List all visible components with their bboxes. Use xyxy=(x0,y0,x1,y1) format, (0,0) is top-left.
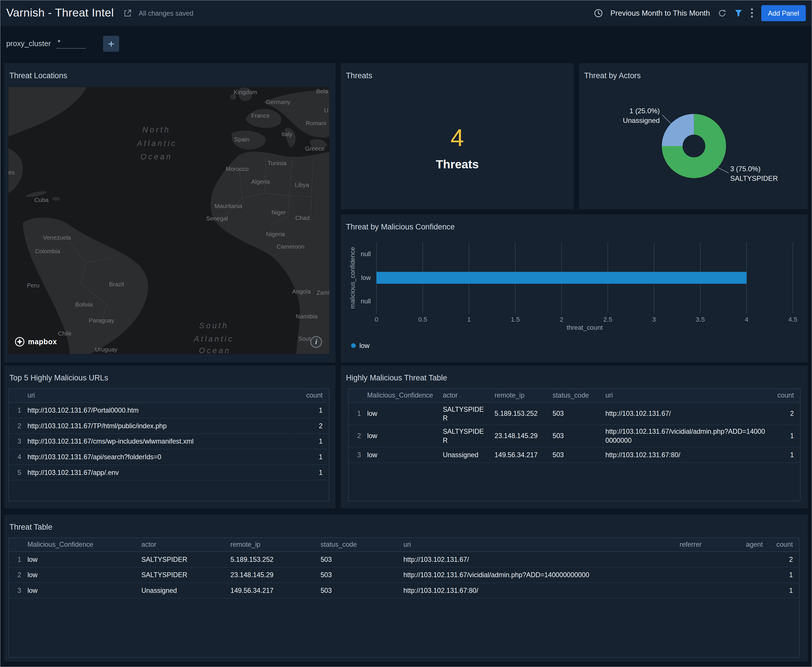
cell-agent xyxy=(708,567,769,583)
svg-text:1.5: 1.5 xyxy=(511,316,520,323)
column-header-status_code[interactable]: status_code xyxy=(548,389,601,402)
table-row[interactable]: 2http://103.102.131.67/TP/html/public/in… xyxy=(9,418,329,433)
cell-count: 1 xyxy=(296,449,329,465)
add-filter-button[interactable]: + xyxy=(103,35,119,51)
column-header-remote_ip[interactable]: remote_ip xyxy=(226,538,316,551)
table-row[interactable]: 5http://103.102.131.67/app/.env1 xyxy=(9,465,329,480)
cell-referrer xyxy=(646,551,708,567)
cell-Malicious_Confidence: low xyxy=(363,447,439,463)
table-row[interactable]: 3lowUnassigned149.56.34.217503http://103… xyxy=(9,582,799,598)
table-row[interactable]: 1http://103.102.131.67/Portal0000.htm1 xyxy=(9,402,329,418)
table-row[interactable]: 3lowUnassigned149.56.34.217503http://103… xyxy=(349,447,800,463)
row-index: 2 xyxy=(349,425,363,447)
svg-text:Ocean: Ocean xyxy=(199,346,231,354)
column-header-referrer[interactable]: referrer xyxy=(646,538,708,551)
svg-text:es: es xyxy=(8,169,15,176)
panel-title: Top 5 Highly Malicious URLs xyxy=(9,373,108,382)
share-icon[interactable] xyxy=(123,8,132,17)
table-row[interactable]: 4http://103.102.131.67/api/search?folder… xyxy=(9,449,329,465)
donut-chart[interactable] xyxy=(579,63,808,209)
column-header-count[interactable]: count xyxy=(769,538,799,551)
svg-text:Bela: Bela xyxy=(316,88,328,95)
cell-count: 2 xyxy=(770,402,800,425)
column-header-uri[interactable]: uri xyxy=(399,538,646,551)
highly-malicious-threat-table[interactable]: Malicious_Confidenceactorremote_ipstatus… xyxy=(348,388,801,501)
donut-slice-unassigned[interactable] xyxy=(662,114,694,146)
panel-threats: Threats 4 Threats xyxy=(341,63,574,209)
column-header-count[interactable]: count xyxy=(770,389,800,402)
annotation-value: 3 (75.0%) xyxy=(730,164,778,174)
svg-text:Spain: Spain xyxy=(234,136,249,143)
annotation-label: Unassigned xyxy=(623,116,659,125)
mapbox-logo[interactable]: mapbox xyxy=(15,337,57,347)
cell-remote_ip: 5.189.153.252 xyxy=(226,551,316,567)
threats-value: 4 xyxy=(341,123,574,151)
table-row[interactable]: 2lowSALTYSPIDER23.148.145.29503http://10… xyxy=(349,425,800,447)
column-header-count[interactable]: count xyxy=(296,389,329,402)
map-info-button[interactable]: i xyxy=(310,336,322,348)
refresh-icon[interactable] xyxy=(718,8,727,17)
row-index: 2 xyxy=(9,567,23,583)
annotation-value: 1 (25.0%) xyxy=(623,107,659,116)
svg-text:3: 3 xyxy=(652,316,656,323)
cell-actor: SALTYSPIDER xyxy=(439,425,491,447)
panel-top-5-highly-malicious-urls: Top 5 Highly Malicious URLs uricount1htt… xyxy=(4,366,335,508)
cell-Malicious_Confidence: low xyxy=(363,425,439,447)
panel-threat-by-actors: Threat by Actors 1 (25.0%) Unassigned 3 … xyxy=(579,63,808,209)
table-row[interactable]: 3http://103.102.131.67/cms/wp-includes/w… xyxy=(9,433,329,449)
column-header-actor[interactable]: actor xyxy=(137,538,226,551)
cell-actor: SALTYSPIDER xyxy=(439,402,491,425)
svg-text:Niger: Niger xyxy=(272,209,286,216)
cell-status_code: 503 xyxy=(548,402,601,425)
svg-text:2.5: 2.5 xyxy=(603,316,612,323)
chart-legend[interactable]: low xyxy=(351,342,369,349)
column-header-uri[interactable]: uri xyxy=(23,389,296,402)
table-row[interactable]: 1lowSALTYSPIDER5.189.153.252503http://10… xyxy=(9,551,799,567)
cell-remote_ip: 149.56.34.217 xyxy=(226,582,316,598)
cell-count: 2 xyxy=(296,418,329,433)
column-header-status_code[interactable]: status_code xyxy=(316,538,399,551)
svg-text:Cameroon: Cameroon xyxy=(277,243,305,250)
cell-uri: http://103.102.131.67/vicidial/admin.php… xyxy=(399,567,646,583)
bar-low[interactable] xyxy=(377,272,747,284)
cell-uri: http://103.102.131.67:80/ xyxy=(601,447,770,463)
svg-text:Paraguay: Paraguay xyxy=(89,317,115,324)
panel-threat-by-malicious-confidence: Threat by Malicious Confidence 00.511.52… xyxy=(341,214,808,362)
top-urls-table[interactable]: uricount1http://103.102.131.67/Portal000… xyxy=(8,388,329,501)
cell-referrer xyxy=(646,567,708,583)
kebab-menu-icon[interactable] xyxy=(750,8,754,18)
svg-text:South: South xyxy=(199,321,228,330)
column-header-actor[interactable]: actor xyxy=(439,389,491,402)
cell-count: 2 xyxy=(769,551,799,567)
dashboard-title: Varnish - Threat Intel xyxy=(6,6,114,20)
svg-text:Algeria: Algeria xyxy=(251,178,270,185)
panel-threat-table: Threat Table Malicious_Confidenceactorre… xyxy=(4,514,808,662)
time-range-selector[interactable]: Previous Month to This Month xyxy=(610,9,710,17)
row-index-header xyxy=(349,389,363,402)
column-header-Malicious_Confidence[interactable]: Malicious_Confidence xyxy=(363,389,439,402)
column-header-Malicious_Confidence[interactable]: Malicious_Confidence xyxy=(23,538,137,551)
cell-uri: http://103.102.131.67/Portal0000.htm xyxy=(23,402,296,418)
svg-text:threat_count: threat_count xyxy=(566,324,603,331)
bar-chart[interactable]: 00.511.522.533.544.5nulllownullthreat_co… xyxy=(341,214,808,362)
column-header-agent[interactable]: agent xyxy=(708,538,769,551)
filter-name-label: proxy_cluster xyxy=(6,40,51,48)
dashboard-header: Varnish - Threat Intel All changes saved… xyxy=(0,0,812,26)
threats-value-label: Threats xyxy=(341,157,574,171)
table-row[interactable]: 2lowSALTYSPIDER23.148.145.29503http://10… xyxy=(9,567,799,583)
svg-text:Uruguay: Uruguay xyxy=(95,346,117,353)
column-header-remote_ip[interactable]: remote_ip xyxy=(490,389,548,402)
cell-count: 1 xyxy=(770,425,800,447)
save-status-text: All changes saved xyxy=(139,9,194,17)
column-header-uri[interactable]: uri xyxy=(601,389,770,402)
filter-value-input[interactable]: * xyxy=(56,38,86,49)
filter-icon[interactable] xyxy=(734,9,743,17)
add-panel-button[interactable]: Add Panel xyxy=(761,5,806,21)
cell-uri: http://103.102.131.67/TP/html/public/ind… xyxy=(23,418,296,433)
table-row[interactable]: 1lowSALTYSPIDER5.189.153.252503http://10… xyxy=(349,402,800,425)
map-canvas[interactable]: NorthAtlanticOceanSouthAtlanticOcean Kin… xyxy=(8,87,329,354)
cell-uri: http://103.102.131.67/vicidial/admin.php… xyxy=(601,425,770,447)
donut-annotation-unassigned: 1 (25.0%) Unassigned xyxy=(623,107,659,125)
threat-table[interactable]: Malicious_Confidenceactorremote_ipstatus… xyxy=(8,538,800,658)
clock-icon xyxy=(594,8,603,17)
